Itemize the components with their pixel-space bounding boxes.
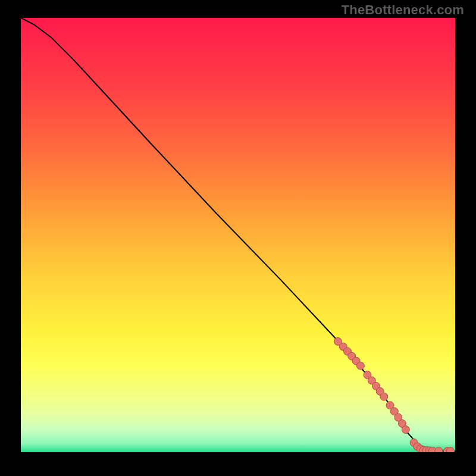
data-marker	[402, 426, 409, 434]
chart-svg	[21, 18, 455, 452]
data-marker	[356, 362, 364, 369]
chart-plot	[21, 18, 455, 452]
data-marker	[447, 447, 455, 452]
data-marker	[380, 393, 388, 400]
data-marker	[435, 447, 443, 453]
watermark-label: TheBottleneck.com	[342, 2, 464, 18]
chart-stage: TheBottleneck.com	[0, 0, 476, 476]
